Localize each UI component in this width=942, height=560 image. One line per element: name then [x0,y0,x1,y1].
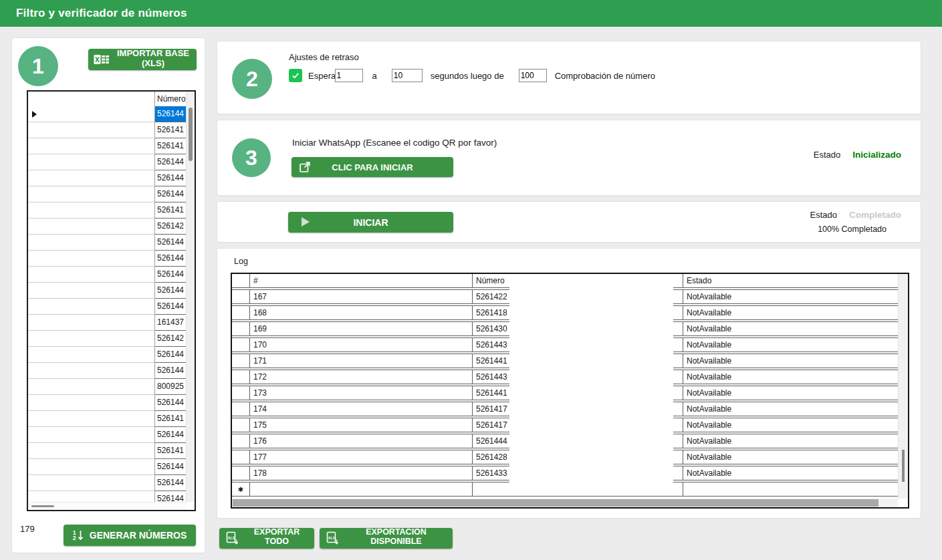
grid-vertical-scrollbar-thumb[interactable] [189,108,193,161]
grid-cell-numero[interactable]: 526141 [155,122,186,138]
grid-row-header[interactable] [28,219,155,235]
log-cell-estado[interactable]: NotAvailable [683,466,908,480]
grid-cell-numero[interactable]: 526144 [155,106,186,122]
log-cell-estado[interactable]: NotAvailable [683,450,908,464]
grid-cell-numero[interactable]: 526144 [155,251,186,267]
log-vertical-scrollbar-thumb[interactable] [902,450,905,482]
grid-row-header[interactable] [28,106,155,122]
grid-cell-numero[interactable]: 526144 [155,235,186,251]
log-column-header-estado[interactable]: Estado [683,274,908,288]
grid-cell-numero[interactable]: 526144 [155,299,186,315]
grid-corner-cell[interactable] [28,92,155,106]
log-cell-estado[interactable]: NotAvailable [683,386,908,400]
log-horizontal-scrollbar[interactable] [232,499,898,507]
grid-row-header[interactable] [28,186,155,202]
grid-row-header[interactable] [28,475,155,491]
grid-cell-numero[interactable]: 526144 [155,459,186,475]
grid-row-header[interactable] [28,170,155,186]
log-new-cell-numero[interactable] [473,482,683,497]
grid-cell-numero[interactable]: 526144 [155,170,186,186]
grid-cell-numero[interactable]: 526144 [155,491,186,502]
grid-horizontal-scrollbar[interactable] [28,502,186,510]
grid-column-header-numero[interactable]: Número [155,92,186,106]
wait-to-input[interactable] [392,69,423,82]
grid-row-header[interactable] [28,363,155,379]
grid-row-header[interactable] [28,267,155,283]
log-row-header[interactable] [232,354,250,368]
grid-cell-numero[interactable]: 526144 [155,395,186,411]
log-cell-index[interactable]: 177 [250,450,473,464]
log-cell-estado[interactable]: NotAvailable [683,337,908,352]
grid-row-header[interactable] [28,443,155,459]
grid-cell-numero[interactable]: 526141 [155,443,186,459]
log-cell-index[interactable]: 174 [250,402,473,416]
grid-row-header[interactable] [28,122,155,138]
grid-cell-numero[interactable]: 526141 [155,411,186,427]
grid-row-header[interactable] [28,379,155,395]
log-row-header[interactable] [232,370,250,384]
log-row-header[interactable] [232,305,250,320]
log-horizontal-scrollbar-thumb[interactable] [233,499,878,507]
grid-row-header[interactable] [28,202,155,219]
log-cell-index[interactable]: 167 [250,289,473,304]
grid-vertical-scrollbar[interactable] [186,92,195,502]
log-cell-index[interactable]: 169 [250,321,473,336]
grid-cell-numero[interactable]: 526144 [155,475,186,491]
log-row-header[interactable] [232,289,250,304]
grid-cell-numero[interactable]: 526141 [155,138,186,154]
grid-row-header[interactable] [28,154,155,170]
grid-row-header[interactable] [28,427,155,443]
grid-cell-numero[interactable]: 526144 [155,154,186,170]
log-cell-index[interactable]: 172 [250,370,473,384]
grid-horizontal-scrollbar-thumb[interactable] [31,505,54,507]
log-new-row[interactable]: ✱ [232,482,908,497]
grid-row-header[interactable] [28,395,155,411]
grid-cell-numero[interactable]: 526144 [155,186,186,202]
log-row-header[interactable] [232,450,250,464]
log-new-cell-estado[interactable] [683,482,908,497]
export-all-button[interactable]: XLS EXPORTAR TODO [219,528,314,549]
log-cell-index[interactable]: 176 [250,434,473,448]
log-new-cell-index[interactable] [250,482,473,497]
log-row-header[interactable] [232,402,250,416]
grid-cell-numero[interactable]: 526144 [155,427,186,443]
grid-row-header[interactable] [28,299,155,315]
wait-from-input[interactable] [335,69,363,82]
log-row-header[interactable] [232,434,250,448]
grid-cell-numero[interactable]: 526144 [155,283,186,299]
log-cell-estado[interactable]: NotAvailable [683,305,908,320]
log-cell-index[interactable]: 168 [250,305,473,320]
grid-row-header[interactable] [28,347,155,363]
grid-row-header[interactable] [28,331,155,347]
grid-cell-numero[interactable]: 526144 [155,267,186,283]
log-cell-estado[interactable]: NotAvailable [683,289,908,304]
wait-checkbox[interactable] [289,69,302,82]
log-cell-index[interactable]: 175 [250,418,473,432]
grid-cell-numero[interactable]: 161437 [155,315,186,331]
grid-row-header[interactable] [28,411,155,427]
grid-cell-numero[interactable]: 526144 [155,363,186,379]
log-vertical-scrollbar[interactable] [898,274,908,499]
log-cell-estado[interactable]: NotAvailable [683,402,908,416]
log-row-header[interactable] [232,466,250,480]
import-base-xls-button[interactable]: IMPORTAR BASE (XLS) [88,49,197,70]
grid-row-header[interactable] [28,251,155,267]
grid-cell-numero[interactable]: 526141 [155,202,186,219]
log-corner-cell[interactable] [232,274,250,288]
log-cell-index[interactable]: 173 [250,386,473,400]
log-cell-estado[interactable]: NotAvailable [683,370,908,384]
log-column-header-numero[interactable]: Número [473,274,683,288]
log-row-header[interactable] [232,321,250,336]
log-cell-index[interactable]: 170 [250,337,473,352]
log-row-header[interactable] [232,337,250,352]
log-cell-index[interactable]: 178 [250,466,473,480]
log-cell-estado[interactable]: NotAvailable [683,321,908,336]
log-cell-estado[interactable]: NotAvailable [683,354,908,368]
grid-row-header[interactable] [28,459,155,475]
grid-cell-numero[interactable]: 526142 [155,331,186,347]
log-row-header[interactable] [232,418,250,432]
log-cell-estado[interactable]: NotAvailable [683,418,908,432]
grid-cell-numero[interactable]: 800925 [155,379,186,395]
log-cell-index[interactable]: 171 [250,354,473,368]
grid-cell-numero[interactable]: 526144 [155,347,186,363]
